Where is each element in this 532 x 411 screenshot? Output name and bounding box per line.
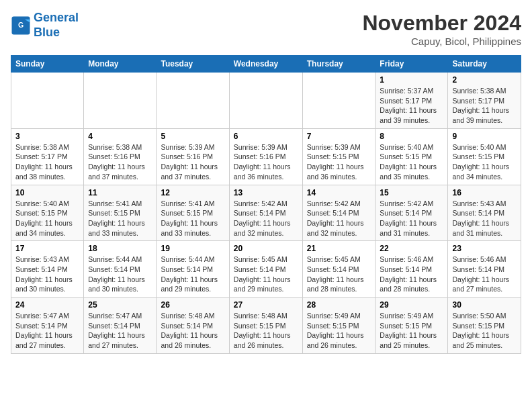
day-info: Sunrise: 5:39 AMSunset: 5:16 PMDaylight:… xyxy=(234,142,298,182)
day-info: Sunrise: 5:42 AMSunset: 5:14 PMDaylight:… xyxy=(380,199,443,238)
day-number: 16 xyxy=(452,188,517,197)
day-info: Sunrise: 5:38 AMSunset: 5:17 PMDaylight:… xyxy=(15,142,79,182)
calendar-cell: 11Sunrise: 5:41 AMSunset: 5:15 PMDayligh… xyxy=(84,185,157,241)
day-info: Sunrise: 5:38 AMSunset: 5:16 PMDaylight:… xyxy=(88,142,152,182)
day-info: Sunrise: 5:49 AMSunset: 5:15 PMDaylight:… xyxy=(307,311,371,351)
calendar-cell: 7Sunrise: 5:39 AMSunset: 5:15 PMDaylight… xyxy=(302,128,375,185)
calendar-cell: 18Sunrise: 5:44 AMSunset: 5:14 PMDayligh… xyxy=(84,241,157,298)
col-monday: Monday xyxy=(84,56,157,73)
day-number: 3 xyxy=(15,132,79,141)
calendar-cell: 29Sunrise: 5:49 AMSunset: 5:15 PMDayligh… xyxy=(375,298,448,354)
day-number: 10 xyxy=(15,188,79,197)
day-number: 20 xyxy=(234,244,298,253)
calendar-cell: 16Sunrise: 5:43 AMSunset: 5:14 PMDayligh… xyxy=(448,185,521,241)
calendar-cell: 22Sunrise: 5:46 AMSunset: 5:14 PMDayligh… xyxy=(375,241,448,298)
day-info: Sunrise: 5:39 AMSunset: 5:15 PMDaylight:… xyxy=(307,142,371,182)
day-number: 2 xyxy=(452,75,517,85)
calendar-cell: 15Sunrise: 5:42 AMSunset: 5:14 PMDayligh… xyxy=(375,185,448,241)
calendar-cell xyxy=(229,73,302,129)
calendar-cell: 6Sunrise: 5:39 AMSunset: 5:16 PMDaylight… xyxy=(229,128,302,185)
day-number: 21 xyxy=(307,244,371,253)
calendar-cell: 28Sunrise: 5:49 AMSunset: 5:15 PMDayligh… xyxy=(302,298,375,354)
logo-line2: Blue xyxy=(34,26,60,39)
day-number: 27 xyxy=(234,300,298,310)
calendar-cell: 24Sunrise: 5:47 AMSunset: 5:14 PMDayligh… xyxy=(11,298,84,354)
calendar-body: 1Sunrise: 5:37 AMSunset: 5:17 PMDaylight… xyxy=(11,73,521,354)
calendar-cell: 26Sunrise: 5:48 AMSunset: 5:14 PMDayligh… xyxy=(157,298,229,354)
day-number: 6 xyxy=(234,132,298,141)
day-info: Sunrise: 5:46 AMSunset: 5:14 PMDaylight:… xyxy=(380,255,443,294)
day-info: Sunrise: 5:43 AMSunset: 5:14 PMDaylight:… xyxy=(15,255,79,294)
calendar-cell xyxy=(11,73,84,129)
day-info: Sunrise: 5:45 AMSunset: 5:14 PMDaylight:… xyxy=(234,255,298,294)
day-info: Sunrise: 5:43 AMSunset: 5:14 PMDaylight:… xyxy=(452,199,517,238)
day-number: 19 xyxy=(161,244,224,253)
calendar-week-3: 17Sunrise: 5:43 AMSunset: 5:14 PMDayligh… xyxy=(11,241,521,298)
day-number: 9 xyxy=(452,132,517,141)
calendar-cell: 12Sunrise: 5:41 AMSunset: 5:15 PMDayligh… xyxy=(157,185,229,241)
day-number: 13 xyxy=(234,188,298,197)
day-number: 22 xyxy=(380,244,443,253)
page-header: G General Blue November 2024 Capuy, Bico… xyxy=(11,11,521,47)
day-info: Sunrise: 5:40 AMSunset: 5:15 PMDaylight:… xyxy=(452,142,517,182)
day-info: Sunrise: 5:48 AMSunset: 5:14 PMDaylight:… xyxy=(161,311,224,351)
calendar-cell xyxy=(302,73,375,129)
calendar-cell: 4Sunrise: 5:38 AMSunset: 5:16 PMDaylight… xyxy=(84,128,157,185)
calendar-cell: 27Sunrise: 5:48 AMSunset: 5:15 PMDayligh… xyxy=(229,298,302,354)
col-tuesday: Tuesday xyxy=(157,56,229,73)
day-info: Sunrise: 5:49 AMSunset: 5:15 PMDaylight:… xyxy=(380,311,443,351)
title-block: November 2024 Capuy, Bicol, Philippines xyxy=(362,11,521,47)
day-number: 8 xyxy=(380,132,443,141)
calendar-cell: 3Sunrise: 5:38 AMSunset: 5:17 PMDaylight… xyxy=(11,128,84,185)
day-number: 14 xyxy=(307,188,371,197)
col-saturday: Saturday xyxy=(448,56,521,73)
col-thursday: Thursday xyxy=(302,56,375,73)
calendar-cell: 19Sunrise: 5:44 AMSunset: 5:14 PMDayligh… xyxy=(157,241,229,298)
calendar-cell: 23Sunrise: 5:46 AMSunset: 5:14 PMDayligh… xyxy=(448,241,521,298)
day-info: Sunrise: 5:46 AMSunset: 5:14 PMDaylight:… xyxy=(452,255,517,294)
calendar-cell: 8Sunrise: 5:40 AMSunset: 5:15 PMDaylight… xyxy=(375,128,448,185)
logo-line1: General xyxy=(34,11,79,24)
day-number: 23 xyxy=(452,244,517,253)
day-number: 11 xyxy=(88,188,152,197)
calendar-week-2: 10Sunrise: 5:40 AMSunset: 5:15 PMDayligh… xyxy=(11,185,521,241)
calendar-cell: 9Sunrise: 5:40 AMSunset: 5:15 PMDaylight… xyxy=(448,128,521,185)
day-info: Sunrise: 5:50 AMSunset: 5:15 PMDaylight:… xyxy=(452,311,517,351)
col-friday: Friday xyxy=(375,56,448,73)
day-number: 30 xyxy=(452,300,517,310)
day-number: 17 xyxy=(15,244,79,253)
day-number: 26 xyxy=(161,300,224,310)
calendar-cell xyxy=(84,73,157,129)
day-info: Sunrise: 5:48 AMSunset: 5:15 PMDaylight:… xyxy=(234,311,298,351)
day-info: Sunrise: 5:38 AMSunset: 5:17 PMDaylight:… xyxy=(452,86,517,126)
logo: G General Blue xyxy=(11,11,79,40)
calendar-header: Sunday Monday Tuesday Wednesday Thursday… xyxy=(11,56,521,73)
day-info: Sunrise: 5:44 AMSunset: 5:14 PMDaylight:… xyxy=(88,255,152,294)
calendar-week-1: 3Sunrise: 5:38 AMSunset: 5:17 PMDaylight… xyxy=(11,128,521,185)
calendar-cell xyxy=(157,73,229,129)
day-number: 15 xyxy=(380,188,443,197)
calendar-cell: 21Sunrise: 5:45 AMSunset: 5:14 PMDayligh… xyxy=(302,241,375,298)
calendar-table: Sunday Monday Tuesday Wednesday Thursday… xyxy=(11,55,521,354)
location: Capuy, Bicol, Philippines xyxy=(362,36,521,47)
calendar-cell: 20Sunrise: 5:45 AMSunset: 5:14 PMDayligh… xyxy=(229,241,302,298)
day-info: Sunrise: 5:44 AMSunset: 5:14 PMDaylight:… xyxy=(161,255,224,294)
calendar-week-0: 1Sunrise: 5:37 AMSunset: 5:17 PMDaylight… xyxy=(11,73,521,129)
header-row: Sunday Monday Tuesday Wednesday Thursday… xyxy=(11,56,521,73)
day-number: 25 xyxy=(88,300,152,310)
calendar-cell: 30Sunrise: 5:50 AMSunset: 5:15 PMDayligh… xyxy=(448,298,521,354)
calendar-cell: 2Sunrise: 5:38 AMSunset: 5:17 PMDaylight… xyxy=(448,73,521,129)
day-number: 12 xyxy=(161,188,224,197)
day-number: 18 xyxy=(88,244,152,253)
day-info: Sunrise: 5:47 AMSunset: 5:14 PMDaylight:… xyxy=(15,311,79,351)
calendar-cell: 1Sunrise: 5:37 AMSunset: 5:17 PMDaylight… xyxy=(375,73,448,129)
calendar-week-4: 24Sunrise: 5:47 AMSunset: 5:14 PMDayligh… xyxy=(11,298,521,354)
day-info: Sunrise: 5:39 AMSunset: 5:16 PMDaylight:… xyxy=(161,142,224,182)
calendar-cell: 10Sunrise: 5:40 AMSunset: 5:15 PMDayligh… xyxy=(11,185,84,241)
calendar-cell: 13Sunrise: 5:42 AMSunset: 5:14 PMDayligh… xyxy=(229,185,302,241)
day-info: Sunrise: 5:41 AMSunset: 5:15 PMDaylight:… xyxy=(88,199,152,238)
day-info: Sunrise: 5:40 AMSunset: 5:15 PMDaylight:… xyxy=(15,199,79,238)
day-info: Sunrise: 5:47 AMSunset: 5:14 PMDaylight:… xyxy=(88,311,152,351)
calendar-cell: 25Sunrise: 5:47 AMSunset: 5:14 PMDayligh… xyxy=(84,298,157,354)
logo-icon: G xyxy=(11,15,31,36)
